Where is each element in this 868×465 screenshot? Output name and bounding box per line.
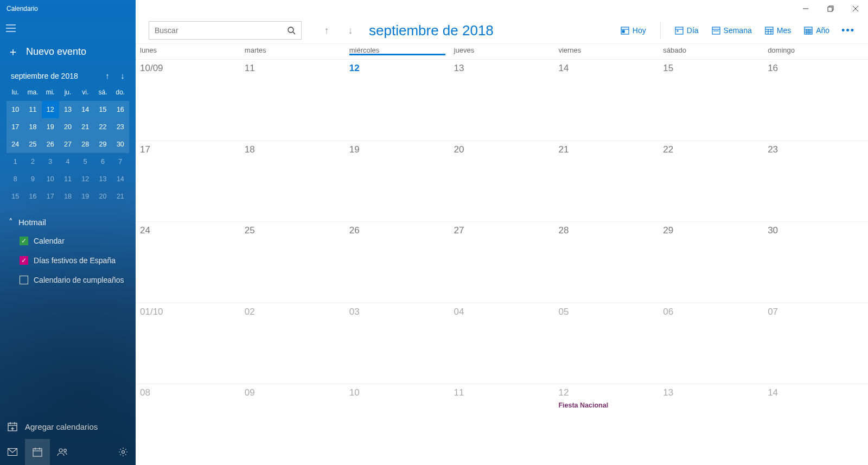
- mini-day-cell[interactable]: 17: [42, 188, 59, 205]
- day-cell[interactable]: 25: [240, 222, 345, 303]
- add-calendars-button[interactable]: Agregar calendarios: [0, 414, 136, 439]
- mini-day-cell[interactable]: 10: [42, 170, 59, 188]
- mini-day-cell[interactable]: 2: [24, 153, 41, 170]
- mini-day-cell[interactable]: 24: [7, 136, 24, 153]
- prev-month-icon[interactable]: ↑: [318, 22, 335, 39]
- maximize-icon[interactable]: [818, 0, 843, 17]
- mini-day-cell[interactable]: 9: [24, 170, 41, 188]
- mini-day-cell[interactable]: 18: [24, 118, 41, 136]
- mini-day-cell[interactable]: 12: [76, 170, 94, 188]
- account-toggle[interactable]: ˄ Hotmail: [0, 213, 136, 231]
- day-cell[interactable]: 08: [136, 384, 240, 465]
- day-cell[interactable]: 30: [763, 222, 868, 303]
- day-cell[interactable]: 11: [450, 384, 554, 465]
- day-cell[interactable]: 04: [450, 303, 554, 384]
- mini-day-cell[interactable]: 21: [112, 188, 129, 205]
- mini-next-icon[interactable]: ↓: [115, 71, 130, 80]
- calendar-item[interactable]: ✓Calendar: [0, 231, 136, 251]
- day-cell[interactable]: 18: [240, 141, 345, 222]
- mini-day-cell[interactable]: 13: [94, 170, 111, 188]
- mini-day-cell[interactable]: 15: [94, 101, 111, 118]
- mini-day-cell[interactable]: 20: [94, 188, 111, 205]
- mini-day-cell[interactable]: 14: [112, 170, 129, 188]
- day-cell[interactable]: 12: [345, 60, 450, 141]
- checkbox-icon[interactable]: ✓: [20, 237, 28, 245]
- day-cell[interactable]: 06: [659, 303, 763, 384]
- mini-day-cell[interactable]: 16: [24, 188, 41, 205]
- mini-day-cell[interactable]: 10: [7, 101, 24, 118]
- mini-day-cell[interactable]: 17: [7, 118, 24, 136]
- view-year-button[interactable]: Año: [801, 24, 833, 37]
- month-title[interactable]: septiembre de 2018: [369, 22, 494, 39]
- mini-day-cell[interactable]: 7: [112, 153, 129, 170]
- search-icon[interactable]: [288, 27, 296, 35]
- day-cell[interactable]: 29: [659, 222, 763, 303]
- search-input[interactable]: [155, 26, 288, 35]
- day-cell[interactable]: 28: [554, 222, 659, 303]
- day-cell[interactable]: 16: [763, 60, 868, 141]
- mini-day-cell[interactable]: 30: [112, 136, 129, 153]
- day-cell[interactable]: 19: [345, 141, 450, 222]
- mini-day-cell[interactable]: 23: [112, 118, 129, 136]
- mini-day-cell[interactable]: 15: [7, 188, 24, 205]
- day-cell[interactable]: 14: [763, 384, 868, 465]
- mini-day-cell[interactable]: 5: [76, 153, 94, 170]
- day-cell[interactable]: 14: [554, 60, 659, 141]
- day-cell[interactable]: 20: [450, 141, 554, 222]
- mini-month-label[interactable]: septiembre de 2018: [11, 72, 100, 80]
- mini-day-cell[interactable]: 6: [94, 153, 111, 170]
- close-icon[interactable]: [843, 0, 868, 17]
- day-cell[interactable]: 15: [659, 60, 763, 141]
- mini-day-cell[interactable]: 1: [7, 153, 24, 170]
- checkbox-icon[interactable]: [20, 276, 28, 284]
- day-cell[interactable]: 13: [659, 384, 763, 465]
- view-day-button[interactable]: Día: [672, 24, 702, 37]
- day-cell[interactable]: 05: [554, 303, 659, 384]
- day-cell[interactable]: 24: [136, 222, 240, 303]
- day-cell[interactable]: 01/10: [136, 303, 240, 384]
- mini-day-cell[interactable]: 29: [94, 136, 111, 153]
- day-cell[interactable]: 02: [240, 303, 345, 384]
- mini-day-cell[interactable]: 3: [42, 153, 59, 170]
- mini-day-cell[interactable]: 20: [59, 118, 76, 136]
- calendar-item[interactable]: ✓Días festivos de España: [0, 251, 136, 270]
- new-event-button[interactable]: ＋ Nuevo evento: [0, 39, 136, 69]
- day-cell[interactable]: 21: [554, 141, 659, 222]
- hamburger-icon[interactable]: [0, 17, 22, 39]
- mini-day-cell[interactable]: 11: [24, 101, 41, 118]
- day-cell[interactable]: 13: [450, 60, 554, 141]
- mini-day-cell[interactable]: 13: [59, 101, 76, 118]
- more-icon[interactable]: •••: [839, 25, 857, 36]
- day-cell[interactable]: 07: [763, 303, 868, 384]
- settings-icon[interactable]: [111, 439, 136, 465]
- view-today-button[interactable]: Hoy: [617, 24, 649, 37]
- mini-day-cell[interactable]: 16: [112, 101, 129, 118]
- view-week-button[interactable]: Semana: [709, 24, 755, 37]
- day-cell[interactable]: 10: [345, 384, 450, 465]
- calendar-icon[interactable]: [25, 439, 50, 465]
- mini-day-cell[interactable]: 8: [7, 170, 24, 188]
- day-cell[interactable]: 09: [240, 384, 345, 465]
- day-cell[interactable]: 23: [763, 141, 868, 222]
- mini-day-cell[interactable]: 28: [76, 136, 94, 153]
- day-cell[interactable]: 22: [659, 141, 763, 222]
- mini-day-cell[interactable]: 21: [76, 118, 94, 136]
- event-label[interactable]: Fiesta Nacional: [558, 402, 654, 409]
- day-cell[interactable]: 12Fiesta Nacional: [554, 384, 659, 465]
- mini-day-cell[interactable]: 27: [59, 136, 76, 153]
- view-month-button[interactable]: Mes: [762, 24, 794, 37]
- mini-day-cell[interactable]: 18: [59, 188, 76, 205]
- mini-day-cell[interactable]: 14: [76, 101, 94, 118]
- day-cell[interactable]: 11: [240, 60, 345, 141]
- mini-day-cell[interactable]: 4: [59, 153, 76, 170]
- day-cell[interactable]: 17: [136, 141, 240, 222]
- mini-day-cell[interactable]: 19: [42, 118, 59, 136]
- next-month-icon[interactable]: ↓: [342, 22, 359, 39]
- mini-day-cell[interactable]: 25: [24, 136, 41, 153]
- mini-prev-icon[interactable]: ↑: [100, 71, 115, 80]
- minimize-icon[interactable]: [793, 0, 818, 17]
- people-icon[interactable]: [50, 439, 75, 465]
- mini-day-cell[interactable]: 19: [76, 188, 94, 205]
- day-cell[interactable]: 03: [345, 303, 450, 384]
- mini-day-cell[interactable]: 12: [42, 101, 59, 118]
